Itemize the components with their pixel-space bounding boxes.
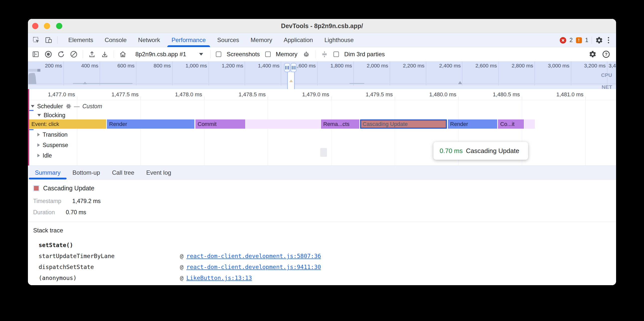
overview-cpu-activity	[28, 73, 41, 84]
track-idle[interactable]: Idle	[38, 152, 52, 159]
help-icon[interactable]: ?	[602, 50, 610, 58]
ruler-tick: 1,481.0 ms	[524, 89, 584, 100]
details-tab-event-log[interactable]: Event log	[140, 166, 177, 179]
shortcuts-dialog-icon[interactable]	[321, 50, 328, 58]
ruler-tick: 1,478.0 ms	[142, 89, 202, 100]
stack-frame: dispatchSetState@react-dom-client.develo…	[28, 262, 616, 273]
frame-at-symbol: @	[180, 262, 184, 273]
track-gridline	[395, 100, 395, 165]
track-gridline	[204, 100, 204, 165]
track-scheduler[interactable]: Scheduler — Custom	[31, 102, 102, 111]
warning-count: 1	[585, 37, 588, 43]
svg-text:?: ?	[605, 52, 608, 57]
track-blocking[interactable]: Blocking	[38, 112, 65, 119]
expanded-triangle-icon[interactable]	[38, 114, 41, 117]
overview-selection-window[interactable]	[287, 72, 295, 89]
settings-gear-icon[interactable]	[595, 36, 603, 44]
tab-lighthouse[interactable]: Lighthouse	[319, 33, 360, 47]
console-warnings-icon[interactable]: !	[576, 37, 582, 43]
more-options-icon[interactable]	[606, 37, 611, 43]
profile-select[interactable]: 8p2n9n.csb.app #1	[132, 51, 205, 58]
frame-location: @react-dom-client.development.js:5807:36	[180, 251, 321, 262]
inspect-element-icon[interactable]	[32, 36, 40, 44]
ruler-tick: 1,480.5 ms	[460, 89, 520, 100]
overview-net-label: NET	[602, 85, 612, 89]
track-transition[interactable]: Transition	[38, 131, 68, 138]
ruler-gridline	[331, 97, 332, 100]
screenshots-checkbox[interactable]	[216, 51, 221, 57]
details-tab-bottom-up[interactable]: Bottom-up	[66, 166, 106, 179]
frame-source-link[interactable]: react-dom-client.development.js:9411:30	[186, 262, 321, 273]
tab-elements[interactable]: Elements	[62, 33, 99, 47]
frame-location: @react-dom-client.development.js:9411:30	[180, 262, 321, 273]
tab-memory[interactable]: Memory	[245, 33, 278, 47]
record-and-reload-icon[interactable]	[57, 50, 65, 58]
device-toolbar-icon[interactable]	[45, 36, 52, 44]
error-count: 2	[570, 37, 573, 43]
selection-left-handle[interactable]	[284, 63, 290, 72]
overview-net-strip	[28, 86, 616, 89]
clear-icon[interactable]	[70, 50, 78, 58]
hover-artifact	[320, 148, 327, 157]
flame-bar-render[interactable]: Render	[448, 120, 497, 129]
toolbar-separator	[210, 50, 210, 58]
performance-settings-gear-icon[interactable]	[589, 50, 597, 58]
toolbar-separator	[315, 50, 316, 58]
duration-value: 0.70 ms	[66, 209, 86, 216]
flame-bar-event-click[interactable]: Event: click	[29, 120, 106, 129]
overview-cpu-trace	[73, 83, 132, 84]
devtools-tabbar: ElementsConsoleNetworkPerformanceSources…	[28, 33, 616, 47]
chevron-down-icon	[199, 53, 203, 55]
tab-console[interactable]: Console	[99, 33, 132, 47]
flame-bar-phase[interactable]	[246, 120, 320, 129]
dim-3rd-parties-checkbox[interactable]	[334, 51, 339, 57]
track-idle-label: Idle	[42, 152, 52, 159]
tab-sources[interactable]: Sources	[212, 33, 245, 47]
selection-image-marker	[289, 80, 293, 82]
details-tab-summary[interactable]: Summary	[29, 166, 66, 179]
ruler-tick: 1,477.5 ms	[79, 89, 138, 100]
flame-bar-commit[interactable]: Commit	[196, 120, 245, 129]
tab-performance[interactable]: Performance	[166, 33, 211, 47]
details-tabbar: SummaryBottom-upCall treeEvent log	[28, 165, 616, 180]
track-blocking-label: Blocking	[44, 112, 65, 119]
toolbar-separator	[114, 50, 114, 58]
stack-frame: startUpdateTimerByLane@react-dom-client.…	[28, 251, 616, 262]
upload-profile-icon[interactable]	[88, 50, 96, 58]
track-scroll-indicator	[29, 129, 34, 130]
memory-label: Memory	[276, 51, 298, 58]
tab-application[interactable]: Application	[278, 33, 318, 47]
tooltip-label: Cascading Update	[466, 147, 520, 155]
collapsed-triangle-icon[interactable]	[38, 133, 40, 136]
console-errors-icon[interactable]	[560, 37, 566, 43]
download-profile-icon[interactable]	[101, 50, 108, 58]
flame-bar-phase[interactable]	[524, 120, 535, 129]
summary-title: Cascading Update	[43, 184, 94, 192]
profile-select-value: 8p2n9n.csb.app #1	[135, 51, 186, 58]
memory-checkbox[interactable]	[265, 51, 271, 57]
details-tab-call-tree[interactable]: Call tree	[106, 166, 140, 179]
frame-source-link[interactable]: react-dom-client.development.js:5807:36	[186, 251, 321, 262]
flame-bar-rema-cts[interactable]: Rema...cts	[321, 120, 360, 129]
selection-right-handle[interactable]	[290, 63, 296, 72]
collapsed-triangle-icon[interactable]	[38, 143, 40, 147]
tab-network[interactable]: Network	[132, 33, 166, 47]
flame-bar-render[interactable]: Render	[107, 120, 194, 129]
collapsed-triangle-icon[interactable]	[38, 154, 40, 157]
timeline-overview[interactable]: 200 ms400 ms600 ms800 ms1,000 ms1,200 ms…	[28, 61, 616, 89]
collect-garbage-icon[interactable]	[302, 50, 310, 58]
toggle-sidebar-icon[interactable]	[32, 50, 40, 58]
flame-chart-area[interactable]: Scheduler — Custom Blocking Event: click…	[28, 100, 616, 165]
expanded-triangle-icon[interactable]	[31, 105, 34, 108]
flame-bar-co-it[interactable]: Co...it	[498, 120, 524, 129]
ruler-gridline	[204, 97, 204, 100]
flame-bar-cascading-update[interactable]: Cascading Update	[360, 120, 447, 129]
overview-marker-triangle	[83, 82, 87, 84]
track-suspense[interactable]: Suspense	[38, 141, 68, 149]
overview-tick: 3,200 ms	[557, 63, 606, 69]
tabbar-separator	[592, 37, 592, 44]
frame-source-link[interactable]: LikeButton.js:13:13	[186, 273, 252, 283]
record-icon[interactable]	[44, 50, 52, 58]
home-icon[interactable]	[119, 50, 126, 58]
frame-function-name: setState()	[39, 240, 73, 251]
